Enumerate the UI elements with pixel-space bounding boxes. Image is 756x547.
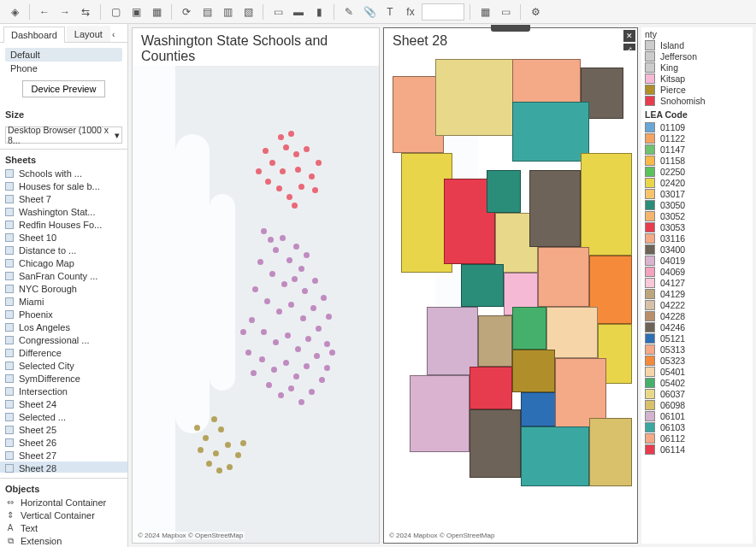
view-washington-schools[interactable]: Washington State Schools and Counties © …: [132, 27, 380, 544]
legend-item[interactable]: 01122: [645, 132, 749, 144]
sheet-item[interactable]: SymDifference: [0, 372, 127, 385]
sheet-item[interactable]: Congressional ...: [0, 333, 127, 346]
map-dot[interactable]: [276, 185, 282, 191]
map-dot[interactable]: [245, 350, 251, 356]
map-dot[interactable]: [225, 442, 231, 448]
map-dot[interactable]: [278, 134, 284, 140]
map-dot[interactable]: [235, 452, 241, 458]
map-dot[interactable]: [251, 370, 257, 376]
map-region[interactable]: [470, 367, 512, 409]
map-dot[interactable]: [309, 174, 315, 179]
size-dropdown[interactable]: Desktop Browser (1000 x 8... ▾: [5, 126, 122, 144]
map-dot[interactable]: [293, 244, 299, 250]
legend-item[interactable]: Jefferson: [645, 50, 749, 62]
map-dot[interactable]: [198, 447, 204, 453]
map-region[interactable]: [581, 153, 632, 256]
view-sheet28[interactable]: Sheet 28 ✕⤢▾▾ © 2024 Mapbox © OpenStreet…: [383, 27, 638, 544]
legend-item[interactable]: 06112: [645, 432, 749, 444]
map-region[interactable]: [521, 426, 589, 486]
map-dot[interactable]: [316, 326, 322, 332]
legend-item[interactable]: 03017: [645, 188, 749, 199]
map-dot[interactable]: [286, 257, 292, 263]
map-dot[interactable]: [273, 339, 279, 345]
toolbar-btn-12[interactable]: ▬: [289, 3, 308, 21]
toolbar-btn-19[interactable]: ▭: [496, 3, 515, 21]
sheet-item[interactable]: NYC Borough: [0, 282, 127, 295]
map-dot[interactable]: [312, 278, 318, 284]
toolbar-btn-8[interactable]: ▤: [198, 3, 216, 21]
collapse-sidebar-icon[interactable]: ‹: [112, 30, 124, 42]
toolbar-btn-5[interactable]: ▣: [127, 3, 145, 21]
legend-item[interactable]: Pierce: [645, 84, 749, 95]
map-dot[interactable]: [288, 131, 294, 137]
toolbar-btn-17[interactable]: fx: [401, 3, 420, 21]
map-dot[interactable]: [283, 144, 289, 150]
map-dot[interactable]: [326, 314, 332, 320]
map-dot[interactable]: [292, 276, 298, 282]
map-dot[interactable]: [263, 148, 269, 154]
toolbar-btn-3[interactable]: ⇆: [76, 3, 95, 21]
legend-item[interactable]: 02420: [645, 177, 749, 188]
map-dot[interactable]: [213, 450, 219, 456]
map-dot[interactable]: [324, 365, 330, 371]
map-dot[interactable]: [304, 363, 310, 369]
map-dot[interactable]: [292, 203, 298, 209]
map-region[interactable]: [589, 418, 632, 486]
map-dot[interactable]: [264, 298, 270, 304]
toolbar-input[interactable]: [422, 3, 464, 21]
sheet-item[interactable]: Distance to ...: [0, 244, 127, 256]
map-dot[interactable]: [309, 389, 315, 395]
sheet-item[interactable]: Phoenix: [0, 308, 127, 321]
sheet-item[interactable]: Schools with ...: [0, 167, 127, 179]
toolbar-btn-14[interactable]: ✎: [340, 3, 358, 21]
legend-item[interactable]: 06101: [645, 410, 749, 421]
legend-item[interactable]: 06114: [645, 444, 749, 455]
map-dot[interactable]: [321, 295, 327, 301]
sheet-item[interactable]: Sheet 10: [0, 231, 127, 244]
map-dot[interactable]: [216, 468, 222, 473]
map-dot[interactable]: [218, 426, 224, 432]
map-dot[interactable]: [266, 382, 272, 388]
sheet-item[interactable]: Selected ...: [0, 410, 127, 423]
map-dot[interactable]: [288, 385, 294, 391]
map-dot[interactable]: [252, 286, 258, 292]
sheet-item[interactable]: Los Angeles: [0, 321, 127, 333]
map-dot[interactable]: [300, 315, 306, 321]
sheet-item[interactable]: Redfin Houses Fo...: [0, 218, 127, 231]
map-region[interactable]: [538, 247, 589, 307]
map-region[interactable]: [487, 170, 521, 213]
object-item[interactable]: ⧉Extension: [0, 534, 127, 547]
map-dot[interactable]: [276, 309, 282, 315]
map-region[interactable]: [427, 307, 478, 375]
toolbar-btn-18[interactable]: ▦: [475, 3, 494, 21]
map-dot[interactable]: [269, 160, 275, 166]
toolbar-btn-1[interactable]: ←: [35, 3, 54, 21]
map-dot[interactable]: [293, 151, 299, 157]
legend-item[interactable]: Island: [645, 39, 749, 50]
object-item[interactable]: ⇔Horizontal Container: [0, 496, 127, 509]
map-dot[interactable]: [286, 194, 292, 200]
toolbar-btn-10[interactable]: ▧: [239, 3, 257, 21]
map-dot[interactable]: [194, 425, 200, 431]
legend-item[interactable]: 04228: [645, 310, 749, 321]
toolbar-btn-4[interactable]: ▢: [106, 3, 125, 21]
sheet-item[interactable]: Difference: [0, 346, 127, 359]
legend-item[interactable]: 05121: [645, 332, 749, 344]
view1-body[interactable]: © 2024 Mapbox © OpenStreetMap: [133, 66, 379, 543]
device-default[interactable]: Default: [5, 48, 122, 62]
legend-item[interactable]: 01147: [645, 144, 749, 155]
map-dot[interactable]: [295, 167, 301, 173]
sheet-item[interactable]: Sheet 28: [0, 462, 127, 473]
sheet-item[interactable]: Houses for sale b...: [0, 179, 127, 192]
map-dot[interactable]: [310, 305, 316, 311]
sheet-item[interactable]: Sheet 27: [0, 449, 127, 462]
map-dot[interactable]: [295, 346, 301, 352]
map-dot[interactable]: [265, 179, 271, 185]
map-dot[interactable]: [285, 332, 291, 338]
legend-item[interactable]: Snohomish: [645, 95, 749, 106]
map-dot[interactable]: [269, 271, 275, 277]
map-dot[interactable]: [280, 235, 286, 241]
legend-item[interactable]: 06037: [645, 388, 749, 399]
map-dot[interactable]: [227, 464, 233, 470]
map-region[interactable]: [478, 315, 512, 367]
